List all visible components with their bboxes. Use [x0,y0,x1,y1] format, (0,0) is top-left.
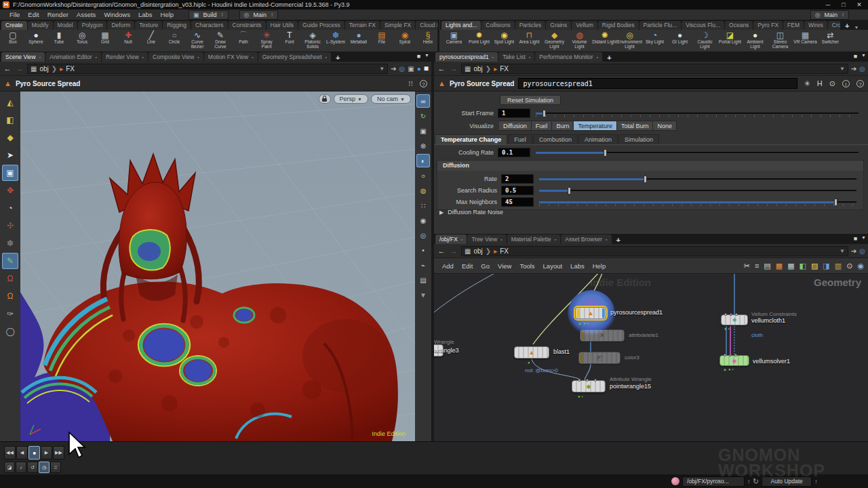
transport-button[interactable]: ◀◀ [4,446,16,460]
breadcrumb-root[interactable]: obj [39,65,48,73]
display-option-icon[interactable]: ⊗ [416,139,430,152]
pane-tab[interactable]: Composite View▪ [149,52,203,62]
back-icon[interactable]: ← [3,64,12,73]
shelf-tool[interactable]: ✳ Spray Paint [255,30,278,52]
shelf-tool[interactable]: ⇄ Switcher [818,30,843,52]
forward-icon[interactable]: → [449,64,458,73]
network-menu-item[interactable]: Labs [566,262,589,270]
slider-handle[interactable] [604,149,607,157]
display-option-icon[interactable]: ↻ [416,109,430,123]
display-option-icon[interactable]: ∷ [416,199,430,212]
network-menu-item[interactable]: View [494,262,515,270]
add-shelf-tab-button[interactable]: + [841,22,853,30]
shelf-tab[interactable]: Vellum [572,21,597,30]
shelf-tool[interactable]: ◔ Sky Light [642,30,667,52]
shelf-tab[interactable]: Rigging [163,21,191,30]
right-view-selector[interactable]: ◎ Main ↕ [810,10,849,20]
pane-tab[interactable]: Material Palette▪ [507,235,561,244]
path-dropdown-icon[interactable]: ▼ [379,66,384,72]
shelf-tool[interactable]: ✹ Point Light [467,30,492,52]
viewport-tool-icon[interactable]: Ω [2,288,18,304]
viewport-tool-icon[interactable]: ✽ [2,235,18,251]
tab-close-icon[interactable]: ▪ [597,55,598,60]
add-pane-tab-button[interactable]: + [332,54,344,62]
network-menu-item[interactable]: Tools [515,262,538,270]
shelf-tool[interactable]: ○ Circle [163,30,186,52]
shelf-tool[interactable]: ▤ File [370,30,393,52]
help-icon[interactable]: ? [420,80,427,87]
network-tool-icon[interactable]: ◨ [823,262,829,270]
folder-tab[interactable]: Animation [578,134,618,144]
network-tool-icon[interactable]: ◧ [800,262,806,270]
display-option-icon[interactable]: ▼ [416,288,430,302]
tab-close-icon[interactable]: ▪ [461,237,462,242]
pane-menu-icon[interactable]: ▼ [425,53,429,60]
display-option-icon[interactable]: ⌁ [416,258,430,272]
breadcrumb-root[interactable]: obj [473,65,482,73]
start-frame-slider[interactable] [536,113,859,115]
shelf-tab[interactable]: Simple FX [380,21,415,30]
network-tool-icon[interactable]: ≡ [755,262,759,270]
target-icon[interactable]: ◎ [859,65,865,73]
pane-maximize-icon[interactable]: ■ [854,235,857,242]
menu-item[interactable]: Assets [73,10,100,19]
input-port[interactable] [729,354,732,357]
shelf-tool[interactable]: ✚ Null [117,30,140,52]
playbar-option-button[interactable]: ⁞⁞ [50,462,61,473]
tab-close-icon[interactable]: ▪ [606,237,607,242]
gear-icon[interactable]: ✳ [804,79,810,88]
visualize-option-button[interactable]: Total Burn [617,121,654,131]
template-flag[interactable] [576,308,579,318]
shelf-tool[interactable]: ✽ L-System [324,30,347,52]
shelf-tool[interactable]: ◈ Platonic Solids [301,30,324,52]
playbar-option-button[interactable]: ◪ [4,462,15,473]
network-tool-icon[interactable]: ▤ [764,262,770,270]
network-tool-icon[interactable]: ▥ [835,262,842,270]
shelf-tab[interactable]: Texture [135,21,162,30]
input-port[interactable] [734,354,737,357]
shelf-tab[interactable]: Particle Flu... [639,21,682,30]
display-option-icon[interactable]: ○ [416,169,430,182]
shelf-tab[interactable]: Model [54,21,77,30]
network-tool-icon[interactable]: ◉ [857,262,864,270]
viewport-tool-icon[interactable]: ◆ [2,129,18,146]
pane-menu-icon[interactable]: ▼ [861,53,866,60]
input-port[interactable] [735,313,738,316]
shelf-tool[interactable]: ◉ Spot Light [492,30,517,52]
start-frame-field[interactable]: 1 [498,108,530,118]
cooling-rate-slider[interactable] [536,152,859,154]
shelf-overflow-icon[interactable]: ▼ [854,25,861,30]
shelf-tool[interactable]: ⌒ Path [232,30,255,52]
shelf-tool[interactable]: ● Ambient Light [743,30,768,52]
folder-tab[interactable]: Temperature Change [435,134,507,144]
shelf-tool[interactable]: ◆ Geometry Light [542,30,567,52]
shelf-tool[interactable]: § Helix [416,30,437,52]
param-slider[interactable] [539,178,856,180]
shelf-tool[interactable]: ⊓ Area Light [517,30,542,52]
network-menu-item[interactable]: Go [477,262,494,270]
shelf-tool[interactable]: ✺ Distant Light [592,30,617,52]
viewport-tool-icon[interactable]: ◧ [2,112,18,128]
input-port[interactable] [724,354,726,357]
display-option-icon[interactable]: ∞ [416,94,430,108]
network-tool-icon[interactable]: ▦ [787,262,794,270]
camera-lock-button[interactable] [319,94,331,104]
shelf-tool[interactable]: ▣ Camera [441,30,467,52]
menu-item[interactable]: Render [43,10,73,19]
pane-tab[interactable]: Motion FX View▪ [204,52,258,62]
input-port[interactable] [594,379,597,382]
shelf-tool[interactable]: ● Metaball [347,30,370,52]
breadcrumb-node[interactable]: FX [66,65,75,73]
target-icon[interactable]: ◎ [859,247,865,255]
shelf-tab[interactable]: Constraints [229,21,266,30]
tab-close-icon[interactable]: ▪ [252,55,253,60]
template-flag[interactable] [581,331,584,340]
display-option-icon[interactable]: ◍ [416,184,430,197]
param-slider[interactable] [539,201,856,203]
viewport-tool-icon[interactable]: ◯ [2,323,18,340]
breadcrumb-node[interactable]: FX [500,247,509,255]
close-button[interactable]: ✕ [853,1,865,8]
pane-menu-icon[interactable]: ▼ [861,235,866,242]
node-pyrosourcespread1[interactable]: ▲ [575,307,606,319]
info-icon[interactable]: i [842,80,850,87]
